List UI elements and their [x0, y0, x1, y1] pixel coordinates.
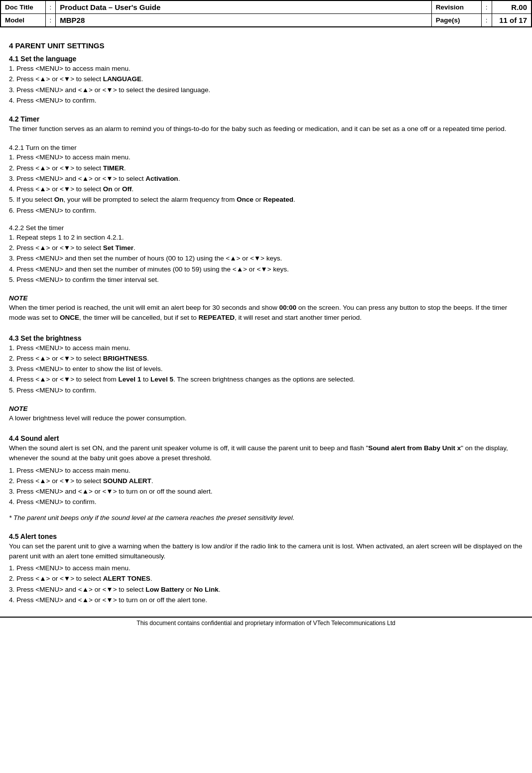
- note-4-3-heading: NOTE: [9, 405, 523, 412]
- doc-title-colon: :: [45, 0, 56, 14]
- doc-title-value: Product Data – User's Guide: [56, 0, 431, 14]
- s4-4-heading-text: 4.4 Sound alert: [9, 434, 59, 442]
- list-item: 1. Press <MENU> to access main menu.: [9, 563, 523, 573]
- list-item: 1. Press <MENU> to access main menu.: [9, 64, 523, 74]
- section4-1-lines: 1. Press <MENU> to access main menu. 2. …: [9, 64, 523, 106]
- list-item: 3. Press <MENU> and <▲> or <▼> to select…: [9, 174, 523, 184]
- list-item: 6. Press <MENU> to confirm.: [9, 206, 523, 216]
- list-item: 3. Press <MENU> and <▲> or <▼> to select…: [9, 85, 523, 95]
- list-item: 4. Press <MENU> and <▲> or <▼> to turn o…: [9, 595, 523, 605]
- section4-3-heading: 4.3 Set the brightness: [9, 334, 523, 342]
- footer-text: This document contains confidential and …: [136, 620, 395, 627]
- section4-4-italic: * The parent unit beeps only if the soun…: [9, 514, 523, 521]
- content-area: 4 PARENT UNIT SETTINGS 4.1 Set the langu…: [0, 31, 532, 609]
- note-4-3-text-span: A lower brightness level will reduce the…: [9, 414, 186, 422]
- list-item: 2. Press <▲> or <▼> to select LANGUAGE.: [9, 74, 523, 84]
- note-4-3-text: A lower brightness level will reduce the…: [9, 413, 523, 423]
- list-item: 4. Press <MENU> to confirm.: [9, 96, 523, 106]
- pages-label: Page(s): [431, 14, 481, 27]
- section4-5-intro: You can set the parent unit to give a wa…: [9, 541, 523, 562]
- revision-label: Revision: [431, 0, 481, 14]
- note-4-3-heading-text: NOTE: [9, 405, 28, 412]
- list-item: 3. Press <MENU> and <▲> or <▼> to select…: [9, 585, 523, 595]
- revision-colon: :: [481, 0, 492, 14]
- section4-2-heading: 4.2 Timer: [9, 115, 523, 123]
- note-4-2-heading: NOTE: [9, 294, 523, 302]
- s4-1-heading-text: 4.1 Set the language: [9, 55, 76, 63]
- section4-3-lines: 1. Press <MENU> to access main menu. 2. …: [9, 343, 523, 395]
- list-item: 5. Press <MENU> to confirm.: [9, 386, 523, 395]
- s4-5-heading-text: 4.5 Alert tones: [9, 532, 57, 540]
- list-item: 1. Press <MENU> to access main menu.: [9, 466, 523, 476]
- list-item: 2. Press <▲> or <▼> to select SOUND ALER…: [9, 476, 523, 486]
- section4-4-lines: 1. Press <MENU> to access main menu. 2. …: [9, 466, 523, 508]
- list-item: 4. Press <▲> or <▼> to select On or Off.: [9, 184, 523, 194]
- s4-2-1-heading-text: 4.2.1 Turn on the timer: [9, 144, 77, 151]
- section4-1-heading: 4.1 Set the language: [9, 55, 523, 63]
- list-item: 4. Press <MENU> to confirm.: [9, 497, 523, 507]
- list-item: 3. Press <MENU> to enter to show the lis…: [9, 364, 523, 374]
- section4-4-intro: When the sound alert is set ON, and the …: [9, 443, 523, 464]
- doc-title-label: Doc Title: [0, 0, 45, 14]
- section4-5-lines: 1. Press <MENU> to access main menu. 2. …: [9, 563, 523, 605]
- section4-2-2-heading: 4.2.2 Set the timer: [9, 224, 523, 232]
- list-item: 1. Press <MENU> to access main menu.: [9, 152, 523, 162]
- footer: This document contains confidential and …: [0, 617, 532, 629]
- section4-2-2-lines: 1. Repeat steps 1 to 2 in section 4.2.1.…: [9, 233, 523, 285]
- list-item: 1. Repeat steps 1 to 2 in section 4.2.1.: [9, 233, 523, 243]
- section4-2-intro: The timer function serves as an alarm to…: [9, 124, 523, 134]
- list-item: 3. Press <MENU> and <▲> or <▼> to turn o…: [9, 487, 523, 497]
- section4-5-heading: 4.5 Alert tones: [9, 532, 523, 540]
- section4-heading-text: 4 PARENT UNIT SETTINGS: [9, 41, 104, 50]
- model-label: Model: [0, 14, 45, 27]
- list-item: 4. Press <▲> or <▼> to select from Level…: [9, 375, 523, 385]
- list-item: 1. Press <MENU> to access main menu.: [9, 343, 523, 353]
- list-item: 2. Press <▲> or <▼> to select TIMER.: [9, 163, 523, 173]
- list-item: 2. Press <▲> or <▼> to select ALERT TONE…: [9, 574, 523, 584]
- note-4-2-text: When the timer period is reached, the un…: [9, 303, 523, 323]
- list-item: 4. Press <MENU> and then set the number …: [9, 264, 523, 274]
- list-item: 2. Press <▲> or <▼> to select Set Timer.: [9, 243, 523, 253]
- model-value: MBP28: [56, 14, 431, 27]
- list-item: 2. Press <▲> or <▼> to select BRIGHTNESS…: [9, 354, 523, 364]
- list-item: 3. Press <MENU> and then set the number …: [9, 254, 523, 263]
- section4-2-1-lines: 1. Press <MENU> to access main menu. 2. …: [9, 152, 523, 216]
- s4-2-2-heading-text: 4.2.2 Set the timer: [9, 224, 64, 232]
- s4-2-heading-text: 4.2 Timer: [9, 115, 39, 123]
- s4-3-heading-text: 4.3 Set the brightness: [9, 334, 81, 342]
- list-item: 5. Press <MENU> to confirm the timer int…: [9, 275, 523, 285]
- revision-value: R.00: [492, 0, 532, 14]
- model-colon: :: [45, 14, 56, 27]
- section4-2-1-heading: 4.2.1 Turn on the timer: [9, 144, 523, 151]
- section4-heading: 4 PARENT UNIT SETTINGS: [9, 41, 523, 50]
- note-4-2-heading-text: NOTE: [9, 294, 28, 302]
- section4-4-heading: 4.4 Sound alert: [9, 434, 523, 442]
- page-wrapper: Doc Title : Product Data – User's Guide …: [0, 0, 532, 629]
- header-table: Doc Title : Product Data – User's Guide …: [0, 0, 532, 27]
- list-item: 5. If you select On, your will be prompt…: [9, 195, 523, 205]
- pages-value: 11 of 17: [492, 14, 532, 27]
- s4-4-italic-text: * The parent unit beeps only if the soun…: [9, 514, 294, 521]
- pages-colon: :: [481, 14, 492, 27]
